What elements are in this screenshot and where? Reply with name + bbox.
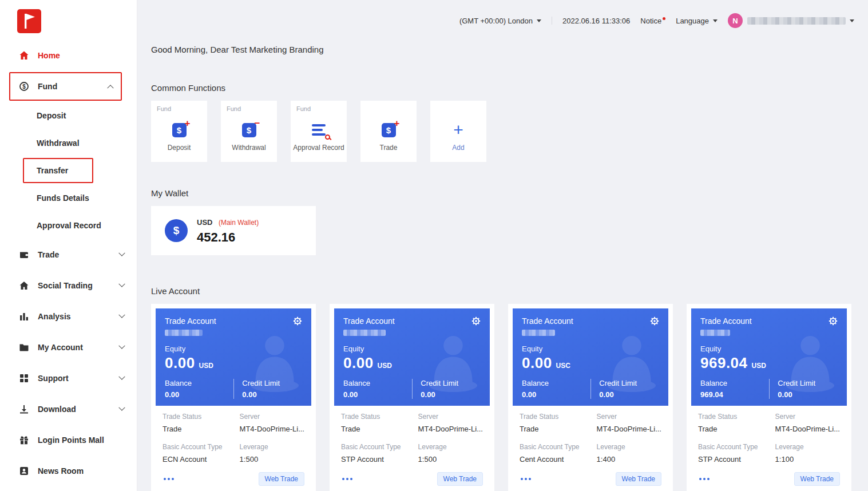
account-details: Trade Status Trade Server MT4-DooPrime-L… [334, 406, 490, 489]
account-number-redacted [343, 330, 386, 336]
sidebar: Home $ Fund Deposit Withdrawal Transfer … [0, 0, 137, 491]
equity-value: 0.00 [165, 354, 195, 372]
shortcut-card-withdrawal[interactable]: Fund $− Withdrawal [221, 101, 277, 162]
shortcut-category: Fund [296, 105, 311, 112]
analysis-icon [18, 311, 30, 322]
shortcut-category: Fund [227, 105, 241, 112]
more-icon[interactable] [162, 476, 175, 482]
account-type-value: STP Account [698, 455, 775, 464]
server-label: Server [775, 413, 840, 421]
sidebar-item-analysis[interactable]: Analysis [0, 301, 137, 332]
sidebar-item-trade[interactable]: Trade [0, 239, 137, 270]
sidebar-item-transfer[interactable]: Transfer [24, 159, 92, 182]
account-summary-panel: Trade Account Equity 0.00 USD Balance 0.… [334, 308, 490, 406]
my-wallet-title: My Wallet [151, 188, 854, 198]
sidebar-item-approval-record[interactable]: Approval Record [0, 212, 137, 239]
credit-limit-label: Credit Limit [421, 379, 481, 387]
account-details: Trade Status Trade Server MT4-DooPrime-L… [691, 406, 847, 489]
wallet-card[interactable]: $ USD (Main Wallet) 452.16 [151, 206, 316, 255]
gear-icon[interactable] [650, 316, 659, 326]
notice-link[interactable]: Notice [640, 17, 665, 25]
timezone-selector[interactable]: (GMT +00:00) London [459, 17, 541, 25]
equity-currency: USC [556, 362, 570, 370]
account-details: Trade Status Trade Server MT4-DooPrime-L… [156, 406, 311, 489]
account-type-cell: Basic Account Type STP Account [698, 443, 775, 464]
shortcut-card-add[interactable]: + Add [430, 101, 486, 162]
wallet-balance: 452.16 [197, 230, 259, 245]
trade-account-card: Trade Account Equity 0.00 USC Balance 0.… [508, 304, 673, 491]
trade-icon [18, 250, 30, 260]
account-summary-panel: Trade Account Equity 969.04 USD Balance … [691, 308, 847, 406]
equity-label: Equity [700, 345, 838, 353]
equity-value: 0.00 [522, 354, 552, 372]
shortcut-card-trade[interactable]: $+ Trade [360, 101, 417, 162]
leverage-cell: Leverage 1:100 [775, 443, 840, 464]
trade-account-card: Trade Account Equity 969.04 USD Balance … [687, 304, 851, 491]
account-summary-panel: Trade Account Equity 0.00 USC Balance 0.… [513, 308, 668, 406]
sidebar-item-label: News Room [38, 466, 84, 476]
leverage-cell: Leverage 1:500 [418, 443, 483, 464]
my-account-icon [18, 342, 30, 353]
sidebar-item-support[interactable]: Support [0, 363, 137, 394]
trade-status-label: Trade Status [341, 413, 418, 421]
more-icon[interactable] [698, 476, 711, 482]
svg-text:$: $ [22, 84, 26, 90]
credit-limit-label: Credit Limit [778, 379, 838, 387]
sidebar-item-login-points-mall[interactable]: Login Points Mall [0, 425, 137, 456]
account-type-value: Cent Account [520, 455, 597, 464]
sidebar-subitem-label: Deposit [37, 111, 66, 120]
caret-down-icon [850, 19, 854, 22]
leverage-value: 1:400 [597, 455, 661, 464]
account-number-redacted [522, 330, 555, 336]
timezone-label: (GMT +00:00) London [459, 17, 533, 25]
sidebar-item-my-account[interactable]: My Account [0, 332, 137, 363]
more-icon[interactable] [341, 476, 354, 482]
sidebar-item-news-room[interactable]: News Room [0, 456, 137, 486]
more-icon[interactable] [520, 476, 532, 482]
chevron-down-icon [118, 374, 125, 380]
sidebar-item-fund[interactable]: $ Fund [10, 73, 121, 100]
balance-value: 969.04 [700, 390, 769, 399]
sidebar-item-label: Analysis [38, 312, 71, 321]
equity-currency: USD [752, 362, 766, 370]
web-trade-button[interactable]: Web Trade [794, 472, 840, 486]
balance-value: 0.00 [343, 390, 412, 399]
sidebar-item-social-trading[interactable]: Social Trading [0, 270, 137, 301]
server-value: MT4-DooPrime-Li... [775, 425, 840, 433]
trade-status-value: Trade [520, 425, 597, 433]
account-card-title: Trade Account [700, 316, 752, 326]
gear-icon[interactable] [471, 316, 481, 326]
sidebar-item-funds-details[interactable]: Funds Details [0, 184, 137, 212]
account-type-cell: Basic Account Type Cent Account [520, 443, 597, 464]
language-selector[interactable]: Language [676, 17, 718, 25]
sidebar-item-download[interactable]: Download [0, 394, 137, 425]
gear-icon[interactable] [293, 316, 302, 326]
shortcut-label: Trade [360, 144, 417, 152]
user-menu[interactable]: N [728, 13, 854, 28]
account-number-redacted [165, 330, 203, 336]
shortcut-card-approval-record[interactable]: Fund Approval Record [291, 101, 347, 162]
account-summary-panel: Trade Account Equity 0.00 USD Balance 0.… [156, 308, 311, 406]
leverage-value: 1:500 [418, 455, 483, 464]
approval-record-icon [312, 123, 326, 137]
sidebar-item-withdrawal[interactable]: Withdrawal [0, 129, 137, 157]
equity-value: 969.04 [700, 354, 748, 372]
sidebar-item-label: Support [38, 374, 69, 383]
web-trade-button[interactable]: Web Trade [437, 472, 483, 486]
gear-icon[interactable] [829, 316, 838, 326]
sidebar-item-deposit[interactable]: Deposit [0, 102, 137, 129]
wallet-currency: USD [197, 218, 212, 227]
wallet-main-tag: (Main Wallet) [219, 219, 259, 227]
shortcut-card-deposit[interactable]: Fund $+ Deposit [151, 101, 207, 162]
chevron-down-icon [118, 343, 125, 349]
live-account-title: Live Account [151, 286, 854, 296]
web-trade-button[interactable]: Web Trade [259, 472, 304, 486]
sidebar-item-home[interactable]: Home [0, 40, 137, 71]
brand-logo[interactable] [17, 9, 41, 33]
withdrawal-icon: $− [242, 123, 256, 137]
trade-account-card: Trade Account Equity 0.00 USD Balance 0.… [151, 304, 316, 491]
web-trade-button[interactable]: Web Trade [616, 472, 661, 486]
sidebar-subitem-label: Funds Details [37, 193, 89, 203]
topbar-divider [552, 17, 552, 25]
credit-limit-value: 0.00 [599, 390, 659, 399]
